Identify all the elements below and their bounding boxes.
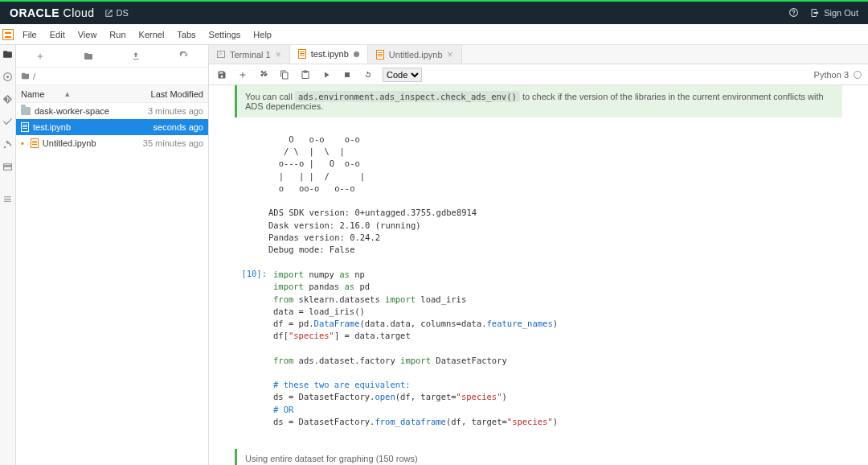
file-browser-panel: / Name ▴ Last Modified dask-worker-space… <box>16 45 209 465</box>
ds-label: DS <box>117 8 129 18</box>
menu-kernel[interactable]: Kernel <box>133 24 171 45</box>
folder-icon <box>21 107 31 115</box>
info-line: Using entire dataset for graphing (150 r… <box>235 449 842 465</box>
file-browser-toolbar <box>16 45 208 68</box>
brand-bold: ORACLE <box>10 6 59 19</box>
paste-button[interactable] <box>299 68 312 81</box>
jupyter-menubar: FileEditViewRunKernelTabsSettingsHelp <box>0 24 868 45</box>
ads-env-note: You can call ads.environment.ads_inspect… <box>235 85 842 117</box>
signout-label: Sign Out <box>824 8 858 18</box>
file-browser-icon[interactable] <box>2 48 14 60</box>
close-icon[interactable]: × <box>448 49 453 60</box>
git-icon[interactable] <box>2 93 14 105</box>
work-area: Terminal 1×test.ipynbUntitled.ipynb× Cod… <box>208 45 868 465</box>
tab-test-ipynb[interactable]: test.ipynb <box>290 45 368 64</box>
breadcrumb[interactable]: / <box>16 68 208 85</box>
left-icon-rail <box>0 45 16 465</box>
cell-prompt: [10]: <box>235 267 273 439</box>
document-tabbar: Terminal 1×test.ipynbUntitled.ipynb× <box>209 45 868 64</box>
notebook-pane[interactable]: You can call ads.environment.ads_inspect… <box>209 85 868 465</box>
notebook-icon <box>298 49 306 59</box>
dirty-indicator-icon <box>354 51 359 57</box>
kernel-name[interactable]: Python 3 <box>814 70 849 80</box>
file-row[interactable]: •Untitled.ipynb35 minutes ago <box>16 135 208 151</box>
notebook-icon <box>376 50 384 60</box>
menu-run[interactable]: Run <box>103 24 132 45</box>
tab-label: Terminal 1 <box>230 50 271 60</box>
help-icon[interactable] <box>788 7 799 19</box>
brand-light: Cloud <box>63 6 95 19</box>
running-icon[interactable] <box>2 71 14 82</box>
ds-link[interactable]: DS <box>104 8 129 18</box>
notebook-icon <box>31 138 39 148</box>
menu-help[interactable]: Help <box>247 24 278 45</box>
menu-file[interactable]: File <box>16 24 43 45</box>
code-cell[interactable]: [10]: import numpy as np import pandas a… <box>235 267 842 439</box>
brand-logo: ORACLE Cloud <box>10 6 95 19</box>
file-modified: 35 minutes ago <box>143 138 203 148</box>
restart-button[interactable] <box>362 68 375 81</box>
terminal-icon <box>217 51 225 58</box>
commands-icon[interactable] <box>2 116 14 127</box>
note-pre: You can call <box>245 92 295 101</box>
upload-button[interactable] <box>124 51 148 61</box>
dirty-dot-icon: • <box>21 138 24 148</box>
run-button[interactable] <box>320 68 333 81</box>
file-name: Untitled.ipynb <box>43 138 96 148</box>
kernel-indicator-icon[interactable] <box>854 71 862 79</box>
file-modified: 3 minutes ago <box>148 106 203 116</box>
copy-button[interactable] <box>278 68 291 81</box>
tab-label: Untitled.ipynb <box>389 50 443 60</box>
header-modified[interactable]: Last Modified <box>151 89 203 99</box>
svg-point-1 <box>6 75 9 77</box>
main-area: / Name ▴ Last Modified dask-worker-space… <box>0 45 868 465</box>
file-name: dask-worker-space <box>35 106 109 116</box>
signout-button[interactable]: Sign Out <box>810 8 858 18</box>
code-body: import numpy as np import pandas as pd f… <box>273 267 842 439</box>
breadcrumb-root: / <box>33 72 35 81</box>
file-list: dask-worker-space3 minutes agotest.ipynb… <box>16 103 208 465</box>
folder-icon <box>21 72 30 80</box>
cell-type-select[interactable]: Code <box>383 68 422 82</box>
tab-untitled-ipynb[interactable]: Untitled.ipynb× <box>368 45 462 64</box>
oracle-cloud-topbar: ORACLE Cloud DS Sign Out <box>0 0 868 24</box>
tab-terminal-1[interactable]: Terminal 1× <box>209 45 290 64</box>
tabs-icon[interactable] <box>2 161 14 172</box>
save-button[interactable] <box>215 68 228 81</box>
menu-tabs[interactable]: Tabs <box>170 24 202 45</box>
note-code: ads.environment.ads_inspect.check_ads_en… <box>295 91 520 102</box>
header-name[interactable]: Name <box>21 89 44 99</box>
insert-cell-button[interactable] <box>236 68 249 81</box>
cut-button[interactable] <box>257 68 270 81</box>
refresh-button[interactable] <box>172 51 196 61</box>
notebook-toolbar: Code Python 3 <box>209 64 868 85</box>
extension-icon[interactable] <box>2 138 14 150</box>
new-launcher-button[interactable] <box>28 51 52 61</box>
tab-label: test.ipynb <box>311 49 349 59</box>
menubar-items: FileEditViewRunKernelTabsSettingsHelp <box>16 24 278 45</box>
jupyter-logo <box>0 24 16 45</box>
sort-caret-icon[interactable]: ▴ <box>65 88 70 99</box>
toc-icon[interactable] <box>2 193 14 204</box>
close-icon[interactable]: × <box>276 49 281 60</box>
file-list-header: Name ▴ Last Modified <box>16 85 208 103</box>
notebook-icon <box>21 122 29 132</box>
file-row[interactable]: test.ipynbseconds ago <box>16 119 208 135</box>
menu-view[interactable]: View <box>72 24 104 45</box>
menu-settings[interactable]: Settings <box>203 24 248 45</box>
file-modified: seconds ago <box>154 122 203 132</box>
new-folder-button[interactable] <box>76 51 100 61</box>
file-row[interactable]: dask-worker-space3 minutes ago <box>16 103 208 119</box>
file-name: test.ipynb <box>33 122 71 132</box>
stop-button[interactable] <box>341 68 354 81</box>
ascii-output: O o-o o-o / \ | \ | o---o | O o-o | | | … <box>235 130 842 267</box>
menu-edit[interactable]: Edit <box>43 24 72 45</box>
external-link-icon <box>104 9 113 18</box>
